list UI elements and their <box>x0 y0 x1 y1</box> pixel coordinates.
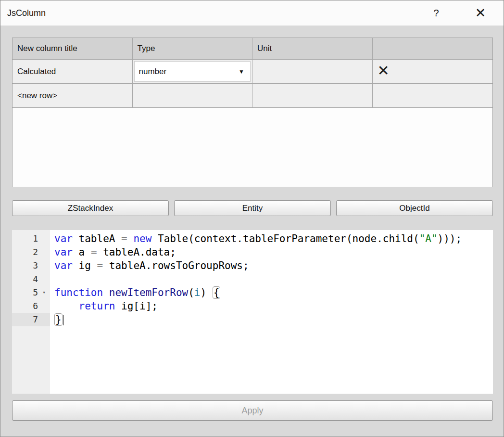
dropdown-arrow-icon: ▼ <box>239 68 244 75</box>
text-caret <box>63 315 64 325</box>
unit-cell[interactable] <box>252 60 373 84</box>
type-dropdown[interactable]: number ▼ <box>134 61 251 82</box>
line-number: 7 <box>12 313 38 326</box>
code-line[interactable]: } <box>50 313 493 326</box>
window-title: JsColumn <box>7 0 46 26</box>
line-number: 5 <box>12 286 38 299</box>
row-actions-cell: ✕ <box>373 60 493 84</box>
code-token-pl <box>54 300 79 312</box>
code-token-kw: var <box>54 233 73 244</box>
gutter-line: 4 <box>12 272 50 286</box>
code-editor[interactable]: 12345▾67 var tableA = new Table(context.… <box>12 230 493 394</box>
jscolumn-dialog: JsColumn ? ✕ New column title Type Unit … <box>0 0 504 437</box>
code-token-pl: Table(context.tableForParameter(node.chi… <box>151 233 419 244</box>
line-number: 3 <box>12 259 38 272</box>
fold-spacer <box>38 272 50 286</box>
code-token-pl <box>103 287 109 298</box>
code-token-kw: return <box>79 300 115 312</box>
gutter-line: 7 <box>12 313 50 326</box>
header-type: Type <box>133 38 253 60</box>
code-token-pl: tableA.rowsToGroupRows; <box>103 260 249 271</box>
fold-spacer <box>38 259 50 272</box>
code-token-pl: tableA.data; <box>97 246 176 258</box>
code-token-kw: var <box>54 246 73 258</box>
gutter-line: 1 <box>12 232 50 245</box>
apply-button[interactable]: Apply <box>12 400 493 421</box>
header-new-column-title: New column title <box>13 38 133 60</box>
code-token-pl: ig <box>73 260 97 271</box>
new-row-actions-cell <box>373 84 493 108</box>
code-line[interactable]: function newItemForRow(i) { <box>50 286 493 299</box>
line-number: 6 <box>12 299 38 313</box>
code-token-str: "A" <box>419 233 438 244</box>
code-token-brace: } <box>54 313 63 326</box>
code-line[interactable]: return ig[i]; <box>50 299 493 313</box>
code-line[interactable] <box>50 272 493 286</box>
code-token-pl: ( <box>188 287 194 298</box>
code-token-op: = <box>97 260 103 271</box>
code-token-pl: tableA <box>73 233 121 244</box>
delete-icon: ✕ <box>378 63 390 78</box>
code-token-pl: ig[i]; <box>115 300 158 312</box>
header-unit: Unit <box>252 38 373 60</box>
help-button[interactable]: ? <box>428 0 445 26</box>
code-line[interactable]: var tableA = new Table(context.tableForP… <box>50 232 493 245</box>
line-number: 2 <box>12 245 38 259</box>
type-cell: number ▼ <box>133 60 253 84</box>
code-line[interactable]: var ig = tableA.rowsToGroupRows; <box>50 259 493 272</box>
type-dropdown-value: number <box>139 67 167 77</box>
gutter-line: 5▾ <box>12 286 50 299</box>
code-token-pl <box>127 233 134 244</box>
code-token-pl: a <box>73 246 91 258</box>
new-row-cell[interactable]: <new row> <box>13 84 133 108</box>
code-token-kw: var <box>54 260 73 271</box>
new-column-table: New column title Type Unit Calculated nu… <box>12 38 493 187</box>
code-token-param: i <box>194 287 201 298</box>
code-line[interactable]: var a = tableA.data; <box>50 245 493 259</box>
delete-row-button[interactable]: ✕ <box>378 64 390 79</box>
gutter-line: 3 <box>12 259 50 272</box>
line-number: 1 <box>12 232 38 245</box>
gutter-line: 2 <box>12 245 50 259</box>
question-icon: ? <box>433 8 439 18</box>
header-actions <box>373 38 493 60</box>
fold-spacer <box>38 313 50 326</box>
code-token-op: = <box>91 246 97 258</box>
code-token-pl: ) <box>201 287 213 298</box>
fold-marker-icon[interactable]: ▾ <box>38 286 50 299</box>
new-row-unit-cell[interactable] <box>252 84 373 108</box>
editor-code[interactable]: var tableA = new Table(context.tableForP… <box>50 230 493 394</box>
objectid-button[interactable]: ObjectId <box>336 200 493 216</box>
code-token-fn: newItemForRow <box>109 287 188 298</box>
code-token-pl: ))); <box>438 233 462 244</box>
line-number: 4 <box>12 272 38 286</box>
close-button[interactable]: ✕ <box>468 0 493 26</box>
column-title-cell[interactable]: Calculated <box>13 60 133 84</box>
code-token-kw: new <box>133 233 151 244</box>
code-token-op: = <box>121 233 127 244</box>
gutter-line: 6 <box>12 299 50 313</box>
editor-gutter: 12345▾67 <box>12 230 50 394</box>
new-row-type-cell[interactable] <box>133 84 253 108</box>
fold-spacer <box>38 245 50 259</box>
code-token-kw: function <box>54 287 103 298</box>
title-bar: JsColumn ? ✕ <box>0 0 504 26</box>
code-token-brace: { <box>213 286 221 299</box>
fold-spacer <box>38 299 50 313</box>
fold-spacer <box>38 232 50 245</box>
close-icon: ✕ <box>475 6 486 20</box>
snippet-button-row: ZStackIndex Entity ObjectId <box>12 200 493 216</box>
entity-button[interactable]: Entity <box>174 200 331 216</box>
table-empty-area <box>13 108 492 187</box>
zstackindex-button[interactable]: ZStackIndex <box>12 200 169 216</box>
